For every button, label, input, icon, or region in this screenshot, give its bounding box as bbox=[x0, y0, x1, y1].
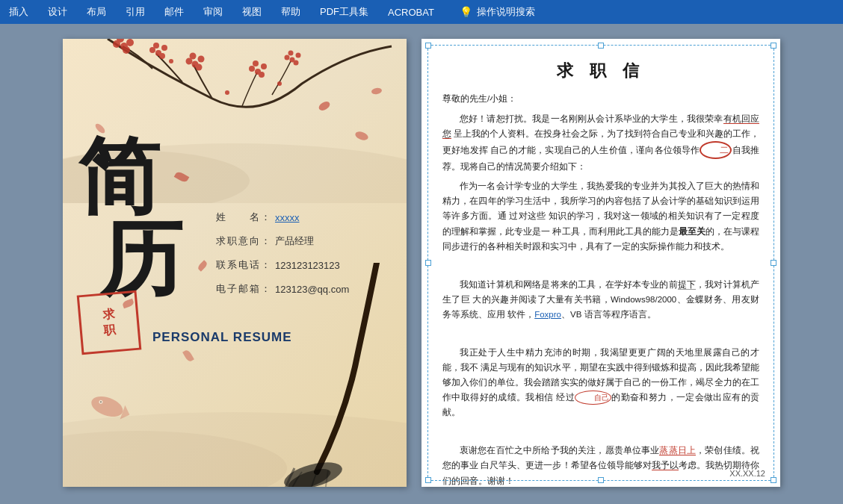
phone-label: 联系电话： bbox=[212, 258, 272, 272]
letter-para2: 作为一名会计学专业的大学生，我热爱我的专业并为其投入了巨大的热情和精力，在四年的… bbox=[442, 178, 759, 254]
svg-point-16 bbox=[196, 64, 203, 71]
letter-para1: 您好！请恕打扰。我是一名刚刚从会计系毕业的大学生，我很荣幸有机回应您 呈上我的个… bbox=[442, 111, 759, 175]
email-label: 电子邮箱： bbox=[212, 282, 272, 296]
svg-point-6 bbox=[123, 46, 130, 54]
underline-text: 提下 bbox=[678, 280, 696, 290]
intention-value: 产品经理 bbox=[275, 234, 314, 248]
search-label: 操作说明搜索 bbox=[477, 5, 535, 19]
foxpro-link[interactable]: Foxpro bbox=[534, 310, 561, 319]
svg-point-14 bbox=[190, 53, 197, 60]
email-value: 123123@qq.com bbox=[275, 284, 349, 295]
svg-point-4 bbox=[117, 39, 124, 43]
name-value: xxxxx bbox=[275, 212, 300, 223]
intention-label: 求职意向： bbox=[212, 234, 272, 248]
svg-point-10 bbox=[161, 45, 167, 51]
seal-stamp: 求 职 bbox=[77, 290, 142, 355]
toolbar-acrobat[interactable]: ACROBAT bbox=[385, 5, 437, 19]
main-content: 简 历 求 职 姓 名： xxxxx 求职意向： 产品经理 联系电话： 1231… bbox=[0, 24, 843, 504]
underline-text2: 我予以 bbox=[652, 461, 679, 470]
search-icon: 💡 bbox=[460, 6, 472, 18]
svg-point-31 bbox=[354, 130, 369, 142]
resume-title-char1: 简 bbox=[78, 136, 156, 218]
svg-point-18 bbox=[249, 66, 255, 72]
svg-point-33 bbox=[371, 87, 382, 95]
svg-point-22 bbox=[290, 57, 295, 63]
toolbar-mail[interactable]: 邮件 bbox=[161, 4, 187, 20]
phone-value: 123123123123 bbox=[275, 260, 340, 271]
bold-text: 最至关 bbox=[679, 227, 705, 236]
toolbar: 插入 设计 布局 引用 邮件 审阅 视图 帮助 PDF工具集 ACROBAT 💡… bbox=[0, 0, 843, 24]
svg-point-23 bbox=[285, 55, 290, 60]
svg-point-8 bbox=[149, 47, 155, 53]
red-circle-annotation: 自己 bbox=[575, 391, 611, 405]
letter-para5: 衷谢您在百忙之中所给予我的关注，愿贵单位事业蒸蒸日上，荣创佳绩。祝您的事业 白尺… bbox=[442, 443, 759, 487]
toolbar-pdf[interactable]: PDF工具集 bbox=[317, 4, 371, 20]
petal-3 bbox=[182, 349, 194, 362]
letter-greeting: 尊敬的先生/小姐： bbox=[442, 91, 759, 107]
name-label: 姓 名： bbox=[212, 211, 272, 224]
svg-point-29 bbox=[277, 81, 282, 86]
name-row: 姓 名： xxxxx bbox=[212, 211, 399, 224]
koi-fish bbox=[81, 385, 135, 434]
circle-annotation: 二 bbox=[700, 141, 732, 159]
handle-middle-left[interactable] bbox=[425, 260, 431, 266]
toolbar-insert[interactable]: 插入 bbox=[6, 4, 31, 20]
letter-para4: 我正处于人生中精力充沛的时期，我渴望更更广阔的天地里展露自己的才能，我不 满足与… bbox=[442, 345, 759, 420]
letter-spacer bbox=[442, 258, 759, 274]
svg-point-25 bbox=[296, 53, 301, 58]
svg-point-27 bbox=[169, 59, 173, 63]
svg-point-17 bbox=[255, 69, 261, 75]
link-annotation1: 有机回应您 bbox=[442, 114, 759, 139]
red-underline-text2: 蒸蒸日上 bbox=[659, 446, 696, 455]
resume-cover-page: 简 历 求 职 姓 名： xxxxx 求职意向： 产品经理 联系电话： 1231… bbox=[63, 39, 407, 487]
handle-top-center[interactable] bbox=[598, 43, 604, 49]
svg-point-19 bbox=[253, 60, 259, 66]
svg-point-28 bbox=[225, 90, 229, 95]
handle-bottom-left[interactable] bbox=[425, 477, 431, 483]
toolbar-view[interactable]: 视图 bbox=[239, 4, 265, 20]
resume-title-char2: 历 bbox=[100, 218, 182, 300]
letter-spacer3 bbox=[442, 425, 759, 441]
svg-point-15 bbox=[198, 56, 205, 63]
svg-point-11 bbox=[159, 53, 165, 59]
svg-point-24 bbox=[288, 51, 294, 56]
letter-spacer2 bbox=[442, 326, 759, 342]
personal-info-section: 姓 名： xxxxx 求职意向： 产品经理 联系电话： 123123123123… bbox=[212, 211, 399, 306]
handle-bottom-right[interactable] bbox=[771, 477, 776, 483]
resume-en-title: PERSONAL RESUME bbox=[152, 330, 292, 345]
handle-middle-right[interactable] bbox=[771, 260, 776, 266]
svg-point-30 bbox=[318, 100, 332, 113]
svg-point-20 bbox=[261, 63, 267, 69]
handle-top-right[interactable] bbox=[771, 43, 776, 49]
svg-point-3 bbox=[113, 40, 120, 48]
intention-row: 求职意向： 产品经理 bbox=[212, 234, 399, 248]
handle-top-left[interactable] bbox=[425, 43, 431, 49]
svg-point-12 bbox=[192, 61, 199, 68]
toolbar-reference[interactable]: 引用 bbox=[123, 4, 148, 20]
phone-row: 联系电话： 123123123123 bbox=[212, 258, 399, 272]
svg-point-7 bbox=[155, 50, 161, 56]
svg-point-2 bbox=[120, 43, 128, 50]
letter-date: XX.XX.12 bbox=[729, 469, 765, 478]
toolbar-help[interactable]: 帮助 bbox=[278, 4, 303, 20]
svg-point-5 bbox=[126, 39, 134, 46]
letter-para3: 我知道计算机和网络是将来的工具，在学好本专业的前提下，我对计算机产生了巨 大的兴… bbox=[442, 277, 759, 322]
svg-point-13 bbox=[186, 58, 193, 65]
toolbar-design[interactable]: 设计 bbox=[45, 4, 70, 20]
toolbar-layout[interactable]: 布局 bbox=[84, 4, 109, 20]
petal-1 bbox=[174, 170, 190, 184]
toolbar-search-area[interactable]: 💡 操作说明搜索 bbox=[460, 5, 535, 19]
letter-body: 尊敬的先生/小姐： 您好！请恕打扰。我是一名刚刚从会计系毕业的大学生，我很荣幸有… bbox=[442, 91, 759, 487]
letter-title: 求 职 信 bbox=[442, 60, 759, 82]
cover-letter-page[interactable]: 求 职 信 尊敬的先生/小姐： 您好！请恕打扰。我是一名刚刚从会计系毕业的大学生… bbox=[422, 39, 780, 487]
svg-point-38 bbox=[89, 393, 126, 421]
svg-point-9 bbox=[153, 43, 159, 49]
petal-4 bbox=[197, 260, 209, 272]
svg-point-21 bbox=[259, 72, 265, 78]
svg-point-26 bbox=[294, 60, 299, 66]
email-row: 电子邮箱： 123123@qq.com bbox=[212, 282, 399, 296]
toolbar-review[interactable]: 审阅 bbox=[200, 4, 226, 20]
